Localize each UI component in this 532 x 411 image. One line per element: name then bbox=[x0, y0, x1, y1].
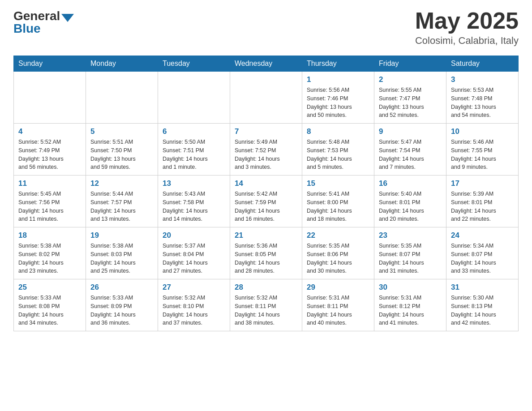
calendar-cell: 11Sunrise: 5:45 AMSunset: 7:56 PMDayligh… bbox=[14, 176, 86, 227]
day-info: Sunrise: 5:32 AMSunset: 8:10 PMDaylight:… bbox=[163, 294, 225, 327]
day-info: Sunrise: 5:50 AMSunset: 7:51 PMDaylight:… bbox=[163, 138, 225, 171]
day-number: 1 bbox=[307, 75, 369, 84]
day-info: Sunrise: 5:52 AMSunset: 7:49 PMDaylight:… bbox=[18, 138, 81, 171]
calendar-cell bbox=[158, 72, 230, 124]
week-row-3: 11Sunrise: 5:45 AMSunset: 7:56 PMDayligh… bbox=[14, 176, 519, 227]
day-info: Sunrise: 5:43 AMSunset: 7:58 PMDaylight:… bbox=[163, 190, 225, 223]
day-info: Sunrise: 5:32 AMSunset: 8:11 PMDaylight:… bbox=[235, 294, 297, 327]
day-info: Sunrise: 5:47 AMSunset: 7:54 PMDaylight:… bbox=[379, 138, 442, 171]
location-text: Colosimi, Calabria, Italy bbox=[415, 35, 519, 47]
week-row-5: 25Sunrise: 5:33 AMSunset: 8:08 PMDayligh… bbox=[14, 279, 519, 331]
logo-arrow-icon bbox=[61, 14, 74, 22]
calendar-cell bbox=[14, 72, 86, 124]
day-number: 3 bbox=[451, 75, 514, 84]
day-number: 28 bbox=[235, 283, 297, 292]
day-number: 19 bbox=[90, 231, 153, 240]
logo: General Blue bbox=[13, 9, 74, 36]
week-row-4: 18Sunrise: 5:38 AMSunset: 8:02 PMDayligh… bbox=[14, 227, 519, 279]
day-number: 6 bbox=[163, 127, 225, 136]
day-info: Sunrise: 5:36 AMSunset: 8:05 PMDaylight:… bbox=[235, 242, 297, 275]
calendar-cell: 8Sunrise: 5:48 AMSunset: 7:53 PMDaylight… bbox=[302, 124, 374, 176]
calendar-cell: 26Sunrise: 5:33 AMSunset: 8:09 PMDayligh… bbox=[86, 279, 158, 331]
day-info: Sunrise: 5:34 AMSunset: 8:07 PMDaylight:… bbox=[451, 242, 514, 275]
calendar-cell: 18Sunrise: 5:38 AMSunset: 8:02 PMDayligh… bbox=[14, 227, 86, 279]
calendar-cell: 6Sunrise: 5:50 AMSunset: 7:51 PMDaylight… bbox=[158, 124, 230, 176]
day-info: Sunrise: 5:39 AMSunset: 8:01 PMDaylight:… bbox=[451, 190, 514, 223]
calendar-cell: 3Sunrise: 5:53 AMSunset: 7:48 PMDaylight… bbox=[446, 72, 519, 124]
day-number: 27 bbox=[163, 283, 225, 292]
weekday-header-friday: Friday bbox=[374, 56, 446, 72]
day-info: Sunrise: 5:55 AMSunset: 7:47 PMDaylight:… bbox=[379, 86, 442, 120]
day-info: Sunrise: 5:56 AMSunset: 7:46 PMDaylight:… bbox=[307, 86, 369, 120]
day-number: 2 bbox=[379, 75, 442, 84]
day-number: 17 bbox=[451, 179, 514, 188]
day-number: 11 bbox=[18, 179, 81, 188]
calendar-cell: 1Sunrise: 5:56 AMSunset: 7:46 PMDaylight… bbox=[302, 72, 374, 124]
weekday-header-row: SundayMondayTuesdayWednesdayThursdayFrid… bbox=[14, 56, 519, 72]
day-info: Sunrise: 5:33 AMSunset: 8:09 PMDaylight:… bbox=[90, 294, 153, 327]
day-number: 18 bbox=[18, 231, 81, 240]
day-info: Sunrise: 5:53 AMSunset: 7:48 PMDaylight:… bbox=[451, 86, 514, 120]
calendar-cell: 27Sunrise: 5:32 AMSunset: 8:10 PMDayligh… bbox=[158, 279, 230, 331]
day-info: Sunrise: 5:35 AMSunset: 8:06 PMDaylight:… bbox=[307, 242, 369, 275]
day-number: 13 bbox=[163, 179, 225, 188]
day-info: Sunrise: 5:49 AMSunset: 7:52 PMDaylight:… bbox=[235, 138, 297, 171]
calendar-cell: 31Sunrise: 5:30 AMSunset: 8:13 PMDayligh… bbox=[446, 279, 519, 331]
calendar-cell: 24Sunrise: 5:34 AMSunset: 8:07 PMDayligh… bbox=[446, 227, 519, 279]
calendar-cell bbox=[230, 72, 302, 124]
day-number: 15 bbox=[307, 179, 369, 188]
day-number: 25 bbox=[18, 283, 81, 292]
day-number: 8 bbox=[307, 127, 369, 136]
day-info: Sunrise: 5:35 AMSunset: 8:07 PMDaylight:… bbox=[379, 242, 442, 275]
calendar-cell: 2Sunrise: 5:55 AMSunset: 7:47 PMDaylight… bbox=[374, 72, 446, 124]
day-info: Sunrise: 5:42 AMSunset: 7:59 PMDaylight:… bbox=[235, 190, 297, 223]
day-number: 12 bbox=[90, 179, 153, 188]
calendar-cell: 30Sunrise: 5:31 AMSunset: 8:12 PMDayligh… bbox=[374, 279, 446, 331]
day-number: 29 bbox=[307, 283, 369, 292]
day-number: 14 bbox=[235, 179, 297, 188]
day-number: 31 bbox=[451, 283, 514, 292]
day-number: 5 bbox=[90, 127, 153, 136]
day-number: 26 bbox=[90, 283, 153, 292]
calendar-cell: 23Sunrise: 5:35 AMSunset: 8:07 PMDayligh… bbox=[374, 227, 446, 279]
day-info: Sunrise: 5:31 AMSunset: 8:12 PMDaylight:… bbox=[379, 294, 442, 327]
day-info: Sunrise: 5:38 AMSunset: 8:03 PMDaylight:… bbox=[90, 242, 153, 275]
calendar-cell: 29Sunrise: 5:31 AMSunset: 8:11 PMDayligh… bbox=[302, 279, 374, 331]
weekday-header-tuesday: Tuesday bbox=[158, 56, 230, 72]
calendar-cell: 9Sunrise: 5:47 AMSunset: 7:54 PMDaylight… bbox=[374, 124, 446, 176]
day-info: Sunrise: 5:31 AMSunset: 8:11 PMDaylight:… bbox=[307, 294, 369, 327]
day-info: Sunrise: 5:40 AMSunset: 8:01 PMDaylight:… bbox=[379, 190, 442, 223]
day-number: 23 bbox=[379, 231, 442, 240]
day-info: Sunrise: 5:38 AMSunset: 8:02 PMDaylight:… bbox=[18, 242, 81, 275]
calendar-cell: 4Sunrise: 5:52 AMSunset: 7:49 PMDaylight… bbox=[14, 124, 86, 176]
calendar-table: SundayMondayTuesdayWednesdayThursdayFrid… bbox=[13, 56, 519, 331]
weekday-header-sunday: Sunday bbox=[14, 56, 86, 72]
calendar-cell: 7Sunrise: 5:49 AMSunset: 7:52 PMDaylight… bbox=[230, 124, 302, 176]
day-info: Sunrise: 5:48 AMSunset: 7:53 PMDaylight:… bbox=[307, 138, 369, 171]
weekday-header-monday: Monday bbox=[86, 56, 158, 72]
day-number: 4 bbox=[18, 127, 81, 136]
week-row-1: 1Sunrise: 5:56 AMSunset: 7:46 PMDaylight… bbox=[14, 72, 519, 124]
calendar-cell: 21Sunrise: 5:36 AMSunset: 8:05 PMDayligh… bbox=[230, 227, 302, 279]
day-number: 7 bbox=[235, 127, 297, 136]
weekday-header-wednesday: Wednesday bbox=[230, 56, 302, 72]
day-number: 22 bbox=[307, 231, 369, 240]
month-title: May 2025 bbox=[415, 9, 519, 32]
logo-blue-text: Blue bbox=[13, 21, 41, 36]
week-row-2: 4Sunrise: 5:52 AMSunset: 7:49 PMDaylight… bbox=[14, 124, 519, 176]
calendar-cell: 22Sunrise: 5:35 AMSunset: 8:06 PMDayligh… bbox=[302, 227, 374, 279]
calendar-cell: 16Sunrise: 5:40 AMSunset: 8:01 PMDayligh… bbox=[374, 176, 446, 227]
calendar-cell: 19Sunrise: 5:38 AMSunset: 8:03 PMDayligh… bbox=[86, 227, 158, 279]
day-number: 24 bbox=[451, 231, 514, 240]
day-info: Sunrise: 5:44 AMSunset: 7:57 PMDaylight:… bbox=[90, 190, 153, 223]
weekday-header-saturday: Saturday bbox=[446, 56, 519, 72]
page-header: General Blue May 2025 Colosimi, Calabria… bbox=[13, 9, 519, 47]
calendar-cell: 17Sunrise: 5:39 AMSunset: 8:01 PMDayligh… bbox=[446, 176, 519, 227]
calendar-cell: 12Sunrise: 5:44 AMSunset: 7:57 PMDayligh… bbox=[86, 176, 158, 227]
day-number: 9 bbox=[379, 127, 442, 136]
calendar-cell: 20Sunrise: 5:37 AMSunset: 8:04 PMDayligh… bbox=[158, 227, 230, 279]
day-info: Sunrise: 5:37 AMSunset: 8:04 PMDaylight:… bbox=[163, 242, 225, 275]
calendar-cell: 13Sunrise: 5:43 AMSunset: 7:58 PMDayligh… bbox=[158, 176, 230, 227]
day-number: 10 bbox=[451, 127, 514, 136]
title-section: May 2025 Colosimi, Calabria, Italy bbox=[415, 9, 519, 47]
